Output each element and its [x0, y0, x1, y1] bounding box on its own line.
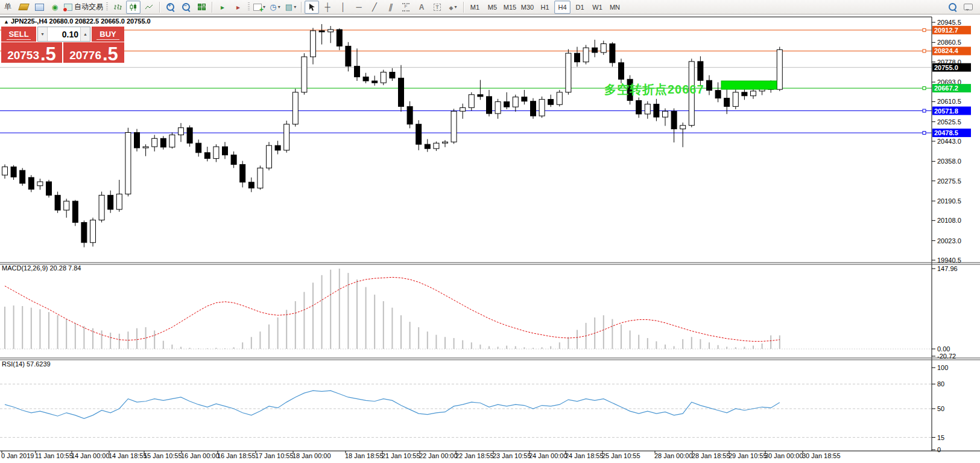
chart-shift-button[interactable]: [231, 1, 245, 14]
candle-body: [513, 97, 518, 107]
candle-body: [363, 77, 368, 81]
search-button[interactable]: [945, 1, 959, 14]
timeframe-W1-button[interactable]: W1: [589, 1, 605, 14]
timeframe-M15-button[interactable]: M15: [502, 1, 518, 14]
candle-body: [495, 102, 501, 114]
volume-increase-button[interactable]: ▲: [80, 27, 90, 41]
tile-windows-button[interactable]: [194, 1, 209, 14]
zoom-in-button[interactable]: +: [163, 1, 177, 14]
resistance-line-lower-handle[interactable]: [923, 49, 926, 53]
timeframe-M5-button[interactable]: M5: [484, 1, 501, 14]
candle-body: [680, 126, 686, 129]
price-tick-label: 20525.5: [937, 118, 961, 126]
candle-body: [619, 63, 624, 79]
candle-body: [390, 72, 395, 78]
pivot-line-handle[interactable]: [923, 87, 926, 90]
candle-body: [451, 111, 457, 142]
resistance-line-lower-label: 20824.4: [934, 47, 959, 54]
rsi-indicator-label: RSI(14) 57.6239: [2, 360, 51, 368]
candle-body: [751, 91, 756, 96]
text-button[interactable]: [414, 1, 429, 14]
pivot-zone-rect[interactable]: [721, 81, 777, 89]
candle-body: [125, 132, 131, 194]
crosshair-button[interactable]: [320, 1, 335, 14]
timeframe-M30-button[interactable]: M30: [519, 1, 536, 14]
time-label: 28 Jan 18:55: [692, 452, 730, 459]
time-label: 22 Jan 00:00: [419, 452, 458, 459]
horizontal-line-button[interactable]: [352, 1, 366, 14]
toolbar-separator: [159, 2, 160, 13]
timeframe-H1-button[interactable]: H1: [537, 1, 553, 14]
fibonacci-icon: [402, 3, 409, 11]
time-label: 23 Jan 10:55: [493, 452, 531, 459]
buy-price-display[interactable]: 20776.5: [63, 42, 124, 63]
candle-body: [213, 147, 219, 159]
arrows-button[interactable]: ▾: [446, 1, 460, 14]
signals-button[interactable]: [48, 1, 62, 14]
text-label-button[interactable]: [430, 1, 444, 14]
autotrading-button[interactable]: 自动交易: [63, 1, 104, 14]
periods-dropdown-button[interactable]: ▾: [268, 1, 282, 14]
candle-body: [99, 195, 104, 220]
resistance-line-upper-handle[interactable]: [923, 28, 926, 31]
chart-title-text: JPN225-,H4 20680.0 20822.5 20665.0 20755…: [11, 18, 151, 25]
candle-body: [240, 164, 245, 182]
candle-body: [663, 111, 668, 117]
trendline-button[interactable]: [367, 1, 382, 14]
support-line-upper-handle[interactable]: [923, 109, 926, 112]
equidistant-channel-button[interactable]: [383, 1, 397, 14]
time-label: 18 Jan 00:00: [292, 452, 331, 459]
crosshair-icon: [324, 3, 330, 11]
time-label: 22 Jan 18:55: [455, 452, 494, 459]
chart-canvas[interactable]: 20945.520860.520778.020693.020610.520525…: [0, 14, 980, 463]
candle-body: [504, 102, 510, 107]
vertical-line-button[interactable]: [336, 1, 350, 14]
buy-button[interactable]: BUY: [92, 27, 124, 42]
price-tick-label: 20108.0: [937, 217, 961, 224]
timeframe-D1-button[interactable]: D1: [572, 1, 588, 14]
new-order-icon-button[interactable]: [16, 1, 31, 14]
macd-tick-label: -20.72: [937, 353, 956, 360]
auto-scroll-button[interactable]: [215, 1, 230, 14]
rsi-tick-label: 0: [937, 446, 941, 453]
toolbar-separator: [301, 2, 302, 13]
toolbar-grip: [106, 2, 108, 11]
timeframe-H4-button[interactable]: H4: [554, 1, 571, 14]
timeframe-MN-button[interactable]: MN: [607, 1, 623, 14]
candlestick-chart-button[interactable]: [126, 1, 141, 14]
profiles-button[interactable]: [32, 1, 46, 14]
candle-body: [645, 104, 650, 113]
candle-body: [81, 222, 87, 242]
timeframe-M1-button[interactable]: M1: [467, 1, 483, 14]
auto-scroll-icon: [221, 3, 224, 11]
candle-body: [302, 57, 307, 92]
support-line-lower-handle[interactable]: [923, 132, 926, 135]
candle-body: [346, 46, 351, 66]
fibonacci-button[interactable]: [399, 1, 413, 14]
candle-body: [724, 98, 730, 107]
sell-button[interactable]: SELL: [1, 27, 36, 42]
chat-button[interactable]: [961, 1, 975, 14]
candle-body: [557, 92, 562, 104]
support-line-lower-label: 20478.5: [934, 129, 958, 136]
candle-body: [654, 104, 659, 117]
price-tick-label: 20610.5: [937, 98, 961, 105]
line-chart-button[interactable]: [142, 1, 156, 14]
templates-button[interactable]: ▾: [283, 1, 298, 14]
zoom-out-button[interactable]: −: [179, 1, 193, 14]
volume-decrease-button[interactable]: ▼: [38, 27, 48, 41]
sell-price-display[interactable]: 20753.5: [1, 42, 62, 63]
new-order-button[interactable]: 单: [1, 1, 15, 14]
time-label: 28 Jan 00:00: [654, 452, 693, 459]
new-chart-button[interactable]: ▾: [252, 1, 267, 14]
candle-body: [742, 92, 747, 96]
time-label: 0 Jan 2019: [1, 452, 34, 459]
cursor-button[interactable]: [305, 1, 319, 14]
bar-chart-button[interactable]: [110, 1, 125, 14]
candle-body: [399, 78, 404, 106]
volume-input[interactable]: [48, 27, 80, 41]
candle-body: [275, 145, 280, 150]
timeframe-group: M1M5M15M30H1H4D1W1MN: [466, 1, 624, 14]
candle-body: [434, 143, 439, 148]
candle-body: [311, 31, 316, 57]
